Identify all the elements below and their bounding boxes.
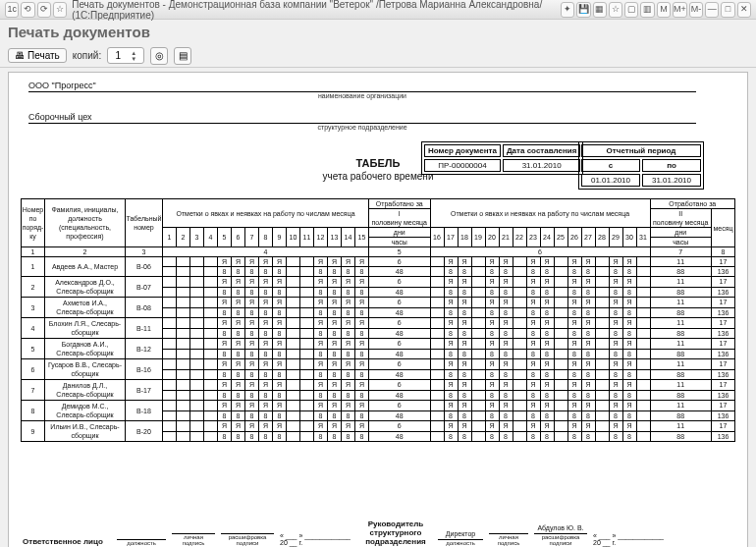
day-4: 4 bbox=[204, 228, 218, 247]
copies-value: 1 bbox=[110, 50, 126, 61]
colnum-8: 8 bbox=[712, 247, 735, 257]
colnum-1: 1 bbox=[22, 247, 45, 257]
headname: Абдулов Ю. В. bbox=[534, 524, 587, 534]
unit-caption: структурное подразделение bbox=[28, 124, 696, 131]
org-caption: наименование организации bbox=[28, 92, 696, 99]
colnum-3: 3 bbox=[126, 247, 163, 257]
signatures: Ответственное лицо должность личная подп… bbox=[23, 520, 733, 546]
min-button[interactable]: — bbox=[705, 2, 719, 18]
rassh-cap: расшифровка подписи bbox=[221, 534, 274, 546]
window-titlebar: 1с ⟲ ⟳ ☆ Печать документов - Демонстраци… bbox=[0, 0, 756, 20]
date-slot: « ___ » ____________ 20 __ г. bbox=[280, 532, 353, 546]
col-mesyac: месяц bbox=[712, 209, 735, 247]
day-2: 2 bbox=[177, 228, 190, 247]
mplus-icon[interactable]: M+ bbox=[673, 2, 687, 18]
period-to-h: по bbox=[642, 159, 701, 172]
colnum-5: 5 bbox=[369, 247, 431, 257]
table-row: 7Данилов Д.Л., Слесарь-сборщикВ-17ЯЯЯЯЯЯ… bbox=[22, 380, 735, 391]
timesheet-table: Номер по поряд-ку Фамилия, инициалы, дол… bbox=[21, 198, 735, 442]
day-15: 15 bbox=[355, 228, 369, 247]
day-7: 7 bbox=[245, 228, 259, 247]
col-tab: Табельный номер bbox=[126, 199, 163, 247]
copies-label: копий: bbox=[73, 50, 101, 61]
table-row: 3Ахметов И.А., Слесарь-сборщикВ-08ЯЯЯЯЯЯ… bbox=[22, 298, 735, 308]
period-table: Отчетный период с по 01.01.2010 31.01.20… bbox=[578, 141, 704, 190]
date-slot2: « ___ » ____________ 20 __ г. bbox=[593, 532, 667, 546]
col-half1: Отработано за bbox=[369, 199, 431, 209]
dni2-header: дни bbox=[650, 228, 712, 238]
calc-icon[interactable]: ▦ bbox=[593, 2, 607, 18]
save-icon[interactable]: 💾 bbox=[576, 2, 590, 18]
page-title: Печать документов bbox=[0, 20, 756, 44]
spin-down-icon[interactable]: ▼ bbox=[126, 56, 141, 62]
resp-label: Ответственное лицо bbox=[23, 537, 111, 546]
saveas-button[interactable]: ▤ bbox=[174, 47, 191, 65]
app-icon: 1с bbox=[5, 2, 19, 18]
document-preview: ООО "Прогресс" наименование организации … bbox=[8, 72, 748, 547]
mminus-icon[interactable]: M- bbox=[689, 2, 703, 18]
fwd-button[interactable]: ⟳ bbox=[37, 2, 51, 18]
m-icon[interactable]: M bbox=[657, 2, 671, 18]
main-table-wrap: Номер по поряд-ку Фамилия, инициалы, дол… bbox=[21, 198, 735, 493]
col-half1b: Iполовину месяца bbox=[369, 209, 431, 228]
day-23: 23 bbox=[526, 228, 540, 247]
max-button[interactable]: □ bbox=[721, 2, 734, 18]
colnum-7: 7 bbox=[650, 247, 712, 257]
colnum-2: 2 bbox=[45, 247, 126, 257]
toolbar: 🖶 Печать копий: 1 ▲▼ ◎ ▤ bbox=[0, 44, 756, 68]
period-from: 01.01.2010 bbox=[581, 174, 640, 187]
date-header: Дата составления bbox=[503, 144, 580, 157]
day-28: 28 bbox=[595, 228, 609, 247]
fav-icon[interactable]: ✦ bbox=[561, 2, 574, 18]
win1-icon[interactable]: ▢ bbox=[624, 2, 638, 18]
day-10: 10 bbox=[287, 228, 300, 247]
dolzh-cap: должность bbox=[117, 540, 166, 546]
day-22: 22 bbox=[513, 228, 526, 247]
day-25: 25 bbox=[554, 228, 567, 247]
col-marks2: Отметки о явках и неявках на работу по ч… bbox=[430, 199, 650, 228]
chasy-header: часы bbox=[369, 238, 431, 247]
docinfo-table: Номер документа Дата составления ПР-0000… bbox=[421, 141, 583, 175]
num-header: Номер документа bbox=[424, 144, 501, 157]
table-row: 1Авдеев А.А., МастерВ-06ЯЯЯЯЯЯЯЯЯ6ЯЯЯЯЯЯ… bbox=[22, 257, 735, 267]
win2-icon[interactable]: ▥ bbox=[640, 2, 654, 18]
day-16: 16 bbox=[430, 228, 444, 247]
day-18: 18 bbox=[458, 228, 471, 247]
table-row: 5Богданов А.И., Слесарь-сборщикВ-12ЯЯЯЯЯ… bbox=[22, 339, 735, 350]
preview-button[interactable]: ◎ bbox=[150, 47, 168, 65]
day-9: 9 bbox=[273, 228, 287, 247]
unit-name: Сборочный цех bbox=[28, 112, 696, 124]
podpis-cap: личная подпись bbox=[172, 534, 215, 546]
dni-header: дни bbox=[369, 228, 431, 238]
day-24: 24 bbox=[540, 228, 554, 247]
day-27: 27 bbox=[581, 228, 595, 247]
day-21: 21 bbox=[499, 228, 513, 247]
day-6: 6 bbox=[232, 228, 245, 247]
day-3: 3 bbox=[190, 228, 204, 247]
copies-spinner[interactable]: 1 ▲▼ bbox=[107, 47, 144, 64]
star2-icon[interactable]: ☆ bbox=[609, 2, 622, 18]
day-20: 20 bbox=[485, 228, 499, 247]
col-num: Номер по поряд-ку bbox=[22, 199, 45, 247]
colnum-4: 4 bbox=[163, 247, 369, 257]
col-fio: Фамилия, инициалы, должность (специально… bbox=[45, 199, 126, 247]
window-title: Печать документов - Демонстрационная баз… bbox=[72, 0, 560, 21]
print-label: Печать bbox=[27, 50, 60, 61]
day-12: 12 bbox=[314, 228, 328, 247]
day-5: 5 bbox=[218, 228, 232, 247]
head-label: Руководитель структурного подразделения bbox=[359, 520, 432, 546]
table-row: 9Ильин И.В., Слесарь-сборщикВ-20ЯЯЯЯЯЯЯЯ… bbox=[22, 421, 735, 432]
period-from-h: с bbox=[581, 159, 640, 172]
col-half2b: IIполовину месяца bbox=[650, 209, 712, 228]
day-26: 26 bbox=[567, 228, 581, 247]
day-13: 13 bbox=[328, 228, 342, 247]
close-button[interactable]: ✕ bbox=[737, 2, 751, 18]
table-row: 6Гусаров В.В., Слесарь-сборщикВ-16ЯЯЯЯЯЯ… bbox=[22, 359, 735, 370]
print-button[interactable]: 🖶 Печать bbox=[8, 48, 67, 63]
day-17: 17 bbox=[444, 228, 458, 247]
back-button[interactable]: ⟲ bbox=[21, 2, 34, 18]
table-row: 4Блохин Л.Я., Слесарь-сборщикВ-11ЯЯЯЯЯЯЯ… bbox=[22, 318, 735, 329]
star-icon[interactable]: ☆ bbox=[53, 2, 67, 18]
day-8: 8 bbox=[259, 228, 273, 247]
period-to: 31.01.2010 bbox=[642, 174, 701, 187]
